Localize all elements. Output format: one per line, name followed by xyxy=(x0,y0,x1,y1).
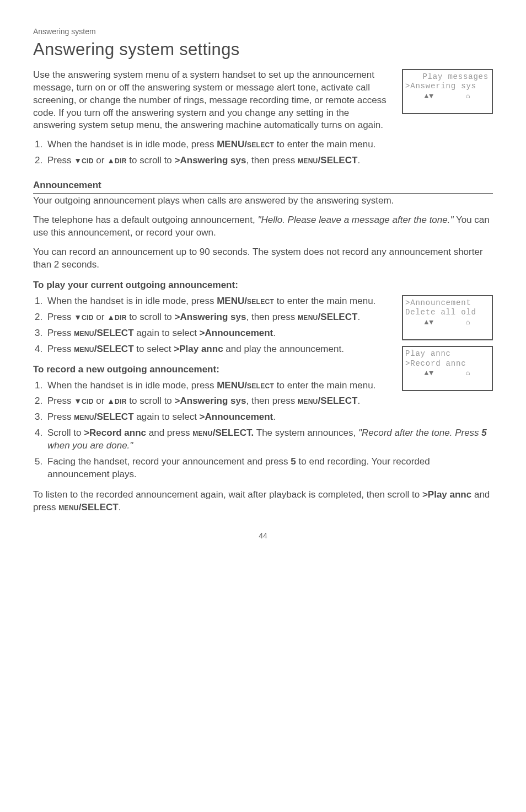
page-title: Answering system settings xyxy=(33,38,493,61)
battery-icon: ⌂ xyxy=(466,92,471,101)
updown-icon: ▲▼ xyxy=(425,92,434,101)
section-label: Answering system xyxy=(33,26,493,37)
updown-icon: ▲▼ xyxy=(425,369,434,378)
step: Scroll to >Record annc and press menu/SE… xyxy=(45,427,493,452)
step: Press menu/SELECT again to select >Annou… xyxy=(45,411,493,424)
step: Press cid or dir to scroll to >Answering… xyxy=(45,395,493,408)
lcd-line: >Announcement xyxy=(405,298,490,308)
down-arrow-icon xyxy=(74,155,82,165)
up-arrow-icon xyxy=(107,155,115,165)
battery-icon: ⌂ xyxy=(466,369,471,378)
play-heading: To play your current outgoing announceme… xyxy=(33,279,493,292)
lcd-line: >Answering sys xyxy=(405,82,490,92)
announcement-heading: Announcement xyxy=(33,179,493,194)
page-number: 44 xyxy=(33,531,493,541)
step: When the handset is in idle mode, press … xyxy=(45,138,493,151)
step: Facing the handset, record your announce… xyxy=(45,456,493,481)
down-arrow-icon xyxy=(74,396,82,406)
tail-paragraph: To listen to the recorded announcement a… xyxy=(33,489,493,514)
paragraph: Your outgoing announcement plays when ca… xyxy=(33,195,493,207)
paragraph: The telephone has a default outgoing ann… xyxy=(33,214,493,239)
lcd-line: Play annc xyxy=(405,349,490,359)
main-steps: When the handset is in idle mode, press … xyxy=(33,138,493,167)
up-arrow-icon xyxy=(107,396,115,406)
down-arrow-icon xyxy=(74,312,82,322)
step: Press cid or dir to scroll to >Answering… xyxy=(45,154,493,167)
lcd-line: >Record annc xyxy=(405,359,490,369)
up-arrow-icon xyxy=(107,312,115,322)
lcd-line: Delete all old xyxy=(405,308,490,318)
updown-icon: ▲▼ xyxy=(425,318,434,327)
paragraph: You can record an announcement up to 90 … xyxy=(33,246,493,271)
lcd-screen-2: >Announcement Delete all old ▲▼ ⌂ xyxy=(402,295,493,340)
lcd-screen-3: Play annc >Record annc ▲▼ ⌂ xyxy=(402,346,493,391)
battery-icon: ⌂ xyxy=(466,318,471,327)
lcd-screen-1: Play messages >Answering sys ▲▼ ⌂ xyxy=(402,69,493,114)
lcd-line: Play messages xyxy=(405,72,490,82)
